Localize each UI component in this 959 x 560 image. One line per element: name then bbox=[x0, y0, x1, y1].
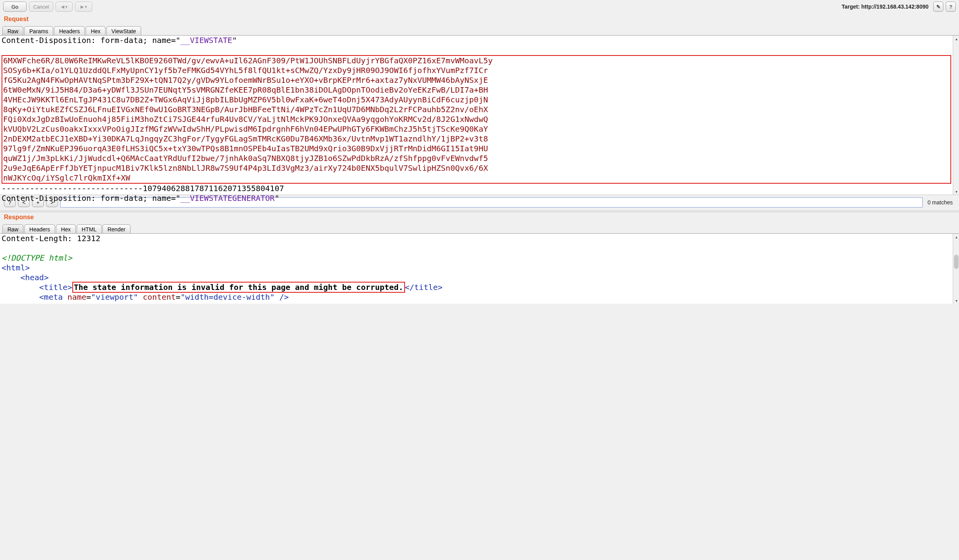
pencil-icon: ✎ bbox=[936, 4, 941, 10]
scroll-up-icon[interactable]: ▴ bbox=[953, 234, 959, 240]
tab-raw-response[interactable]: Raw bbox=[2, 224, 23, 234]
request-section-label: Request bbox=[0, 14, 959, 25]
request-scrollbar[interactable]: ▴ ▾ bbox=[953, 36, 959, 195]
scroll-down-icon[interactable]: ▾ bbox=[953, 188, 959, 195]
scroll-up-icon[interactable]: ▴ bbox=[953, 36, 959, 42]
top-toolbar: Go Cancel ◀ ▾ ▶ ▾ Target: http://192.168… bbox=[0, 0, 959, 14]
response-tabbar: Raw Headers Hex HTML Render bbox=[0, 223, 959, 233]
tab-hex-response[interactable]: Hex bbox=[56, 224, 76, 234]
tab-html-response[interactable]: HTML bbox=[77, 224, 102, 234]
prev-button[interactable]: ◀ ▾ bbox=[56, 2, 73, 12]
next-button[interactable]: ▶ ▾ bbox=[75, 2, 92, 12]
chevron-left-icon: ◀ bbox=[61, 4, 64, 9]
scroll-down-icon[interactable]: ▾ bbox=[953, 297, 959, 304]
caret-down-icon: ▾ bbox=[85, 4, 87, 9]
response-raw-pane[interactable]: Content-Length: 12312 <!DOCTYPE html> <h… bbox=[0, 233, 959, 304]
tab-raw[interactable]: Raw bbox=[2, 26, 23, 36]
response-scrollbar[interactable]: ▴ ▾ bbox=[953, 234, 959, 304]
cancel-button[interactable]: Cancel bbox=[29, 2, 53, 12]
tab-params[interactable]: Params bbox=[24, 26, 53, 36]
request-raw-pane[interactable]: Content-Disposition: form-data; name="__… bbox=[0, 35, 959, 195]
go-button[interactable]: Go bbox=[3, 2, 27, 12]
tab-viewstate[interactable]: ViewState bbox=[106, 26, 141, 36]
tab-headers-response[interactable]: Headers bbox=[24, 224, 55, 234]
help-icon: ? bbox=[949, 4, 952, 10]
tab-hex[interactable]: Hex bbox=[86, 26, 106, 36]
response-section-label: Response bbox=[0, 212, 959, 223]
chevron-right-icon: ▶ bbox=[81, 4, 84, 9]
caret-down-icon: ▾ bbox=[65, 4, 68, 9]
edit-target-button[interactable]: ✎ bbox=[933, 2, 943, 12]
tab-headers[interactable]: Headers bbox=[54, 26, 85, 36]
scroll-thumb[interactable] bbox=[954, 255, 959, 269]
help-button[interactable]: ? bbox=[946, 2, 956, 12]
tab-render-response[interactable]: Render bbox=[102, 224, 131, 234]
request-tabbar: Raw Params Headers Hex ViewState bbox=[0, 25, 959, 35]
target-label: Target: http://192.168.43.142:8090 bbox=[842, 4, 931, 10]
